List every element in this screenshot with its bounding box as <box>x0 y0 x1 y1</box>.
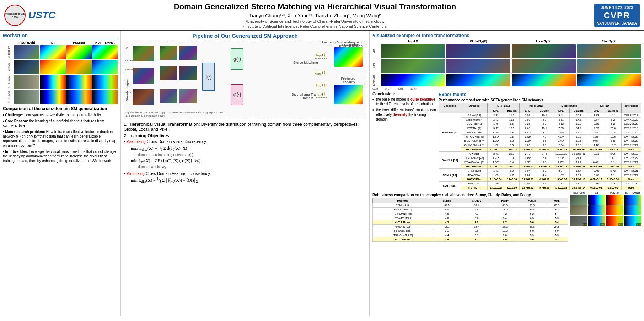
img-kitti15-hvt <box>92 90 118 104</box>
l-disc-formula: max Ldisc(X) = 1/J Σ d(TJ(X), X) <box>131 145 366 151</box>
img-eth3d-hvt <box>92 60 118 74</box>
header-center: Domain Generalized Stereo Matching via H… <box>61 2 569 28</box>
img-eth3d-psmnet <box>66 60 92 74</box>
viz-left-inputx <box>381 44 445 58</box>
header-right: JUNE 18-22, 2023 CVPR VANCOUVER, CANADA <box>569 4 640 27</box>
experiments-title: Experiments <box>439 92 641 97</box>
td-method: CFNet [25] <box>461 168 488 173</box>
viz-right-label: Right <box>372 63 380 69</box>
table-row: MS-PSMNet1.64*7.82.11*8.54.42*14.01.42*1… <box>439 130 641 134</box>
table-row: ITSA-GwcNet [?]1.33*5.41.02*5.32.73*11.4… <box>439 160 641 164</box>
paper-title: Domain Generalized Stereo Matching via H… <box>61 2 569 11</box>
col-header-input: Input (Left) <box>14 41 39 44</box>
domain-invariant-label: Learning Domain-InvariantRepresentation <box>322 41 363 48</box>
bullet-main-problem: • Main research problem: How to train an… <box>3 129 118 148</box>
td-method: HV-RAFT <box>461 186 488 190</box>
min-dist-math: min Ldist(X) = 1/J Σ ‖f(TJ(X)) − f(X)‖2 <box>131 177 366 183</box>
diversifying-label: Diversifying Training Domain <box>291 93 323 100</box>
ustc-seal: 中国科学技术大学1958 <box>4 5 26 26</box>
row-label-middlebury: Middlebury <box>3 45 14 59</box>
td-method: PSMNet [?] <box>461 126 488 130</box>
scale-bar: 0.38 3.17 5.81 11.64 <box>372 87 641 90</box>
rob-img-label-gt: GT <box>588 192 606 194</box>
td-method: Graft-PSMNet [?] <box>461 143 488 147</box>
col-header-gt: GT <box>40 41 65 44</box>
td-method: CanStereo [?] <box>461 117 488 122</box>
td-method: ITSA-GwcNet [?] <box>461 160 488 164</box>
perf-comparison-title: Performance comparison with SOTA general… <box>439 98 641 102</box>
viz-left-pixel <box>577 44 641 58</box>
conclusion-box: Conclusion: the baseline model is quite … <box>372 92 436 188</box>
row-label-kitti2015: KITTI 2015 <box>3 90 14 104</box>
table-row: PSMNet [?]3.1716.32.6915.17.6534.22.3323… <box>439 126 641 130</box>
rob-th-sunny: Sunny <box>433 198 461 203</box>
predicted-disparity-img <box>334 85 363 104</box>
th-kitti2012: KITTI 2012 <box>519 103 553 108</box>
viz-error-local <box>512 74 576 86</box>
l-dist-formula: min Ldist(X) = 1/J Σ ‖f(TJ(X)) − f(X)‖2 <box>131 177 366 183</box>
th-d1-2px-2: D1(2px) <box>536 108 553 113</box>
left-column: Motivation Input (Left) GT PSMNet HVT-PS… <box>0 31 121 316</box>
rob-img-label-hvtpsmnet: HVT-PSMNet <box>624 192 642 194</box>
img-middlebury-hvt <box>92 45 118 59</box>
paper-authors: Tianyu Chang¹˒³, Xun Yang¹*, Tianzhu Zha… <box>61 13 569 18</box>
conclusion-bullet-1: the baseline model is quite sensitive to… <box>372 97 436 106</box>
table-row: GwcNet [10]18.124.728.228.324.8 <box>373 224 568 229</box>
conclusion-title: Conclusion: <box>372 92 436 96</box>
img-middlebury-psmnet <box>66 45 92 59</box>
table-row: DSMNet [43]1.466.51.266.24.1213.80.696.2… <box>439 122 641 126</box>
header: 中国科学技术大学1958 USTC Domain Generalized Ste… <box>0 0 644 31</box>
table-row: ITSA-GwcNet [5]4.43.39.85.95.9 <box>373 233 568 237</box>
viz-col-headers: Input X Global TG(X) Local TL(X) Pixel T… <box>372 39 641 43</box>
td-method: DSMNet [43] <box>461 122 488 126</box>
legend: f(·) Feature Extraction Net g(·) Cost Vo… <box>125 111 223 117</box>
motivation-bullets: • Challenge: poor synthetic-to-realistic… <box>3 113 118 163</box>
td-method: FC-PSMNet [46] <box>461 134 488 139</box>
paper-affil1: ¹University of Science and Technology of… <box>61 19 569 23</box>
tp-xl-img <box>160 89 177 103</box>
img-eth3d-input <box>14 60 39 74</box>
row-label-kitti2012: KITTI 2012 <box>3 75 14 89</box>
paper-affil2: ³Institute of Artificial Intelligence, H… <box>61 24 569 28</box>
viz-row-left: Left <box>372 44 641 58</box>
col-header-hvt: HVT-PSMNet <box>92 41 118 44</box>
legend-phi: φ(·) Domain Discriminating Net <box>125 114 165 117</box>
min-ce-math: min Lce(X) = CE ({φ(TJ(X)), φ(X)}, 𝒴d) d… <box>131 158 366 170</box>
rob-img-8 <box>624 205 642 215</box>
bullet-core-reason: • Core Reason: the learning of superfici… <box>3 119 118 128</box>
stereo-images-label: Stereo Images <box>125 79 129 101</box>
td-method: GwcNet <box>461 151 488 156</box>
tl-xl-img <box>160 66 177 80</box>
row-label-eth3d: ETH3D <box>3 60 14 74</box>
rob-img-4 <box>624 195 642 205</box>
img-eth3d-gt <box>40 60 65 74</box>
robustness-section: Robustness comparison on the complex rea… <box>372 192 641 242</box>
tg-xl-img <box>179 46 197 60</box>
viz-left-local <box>512 44 576 58</box>
td-method: MS-PSMNet <box>461 130 488 134</box>
learning-objectives-title: 2. Learning Objectives: <box>124 133 366 138</box>
table-row: ITSA-PSMNet4.83.29.46.35.9 <box>373 216 568 220</box>
scale-0: 0.38 <box>372 87 378 90</box>
rob-img-3 <box>606 195 623 205</box>
bullet-intuitive-idea: • Intuitive Idea: Leverage the visual tr… <box>3 149 118 163</box>
th-epe1: EPE <box>488 108 504 113</box>
viz-col-global: Global TG(X) <box>446 39 510 43</box>
tp-xr-img <box>179 89 197 103</box>
viz-section-title: Visualized example of three transformati… <box>372 33 641 38</box>
robustness-images: Input (Left) GT PSMNet HVT-PSMNet 4.50 <box>570 192 641 242</box>
td-method: GANet [32] <box>461 113 488 117</box>
viz-error-pixel <box>577 74 641 86</box>
cvpr-name: CVPR <box>597 10 637 21</box>
predicted-disparity-label: Predicted Disparity <box>334 77 363 84</box>
header-logos: 中国科学技术大学1958 USTC <box>4 5 61 26</box>
rob-img-12: 1.15 <box>624 216 642 226</box>
cvpr-date: JUNE 18-22, 2023 <box>597 5 637 10</box>
viz-col-local: Local TL(X) <box>512 39 576 43</box>
td-method: HVT-PSMNet <box>461 147 488 151</box>
cost-volume-box: g(·) <box>231 48 243 70</box>
table-row: PSMNet [?]GANet [32]2.3111.71.9310.15.41… <box>439 113 641 117</box>
table-row: CFNet [25]CFNet [25]1.716.01.045.23.2415… <box>439 168 641 173</box>
rob-img-1 <box>570 195 587 205</box>
th-kitti2015: KITTI 2015 <box>488 103 519 108</box>
